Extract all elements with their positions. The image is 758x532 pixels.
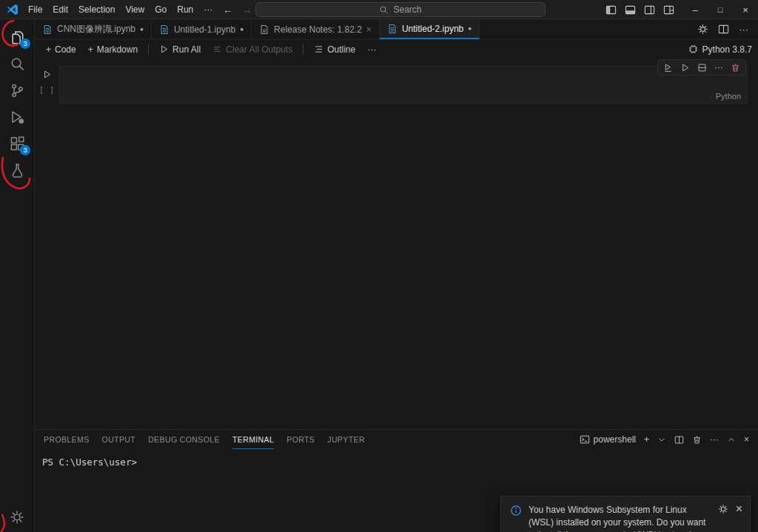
add-markdown-cell-button[interactable]: + Markdown	[83, 43, 143, 56]
activity-bar: 3 3	[0, 19, 35, 532]
cell-more-icon[interactable]: ···	[714, 62, 723, 73]
activity-run-debug[interactable]	[0, 104, 34, 130]
file-icon	[259, 24, 269, 35]
kernel-picker[interactable]: Python 3.8.7	[688, 44, 752, 55]
execution-count: [ ]	[39, 86, 55, 94]
run-debug-icon	[10, 110, 25, 125]
split-cell-icon[interactable]	[697, 63, 707, 73]
toolbar-more-button[interactable]: ···	[362, 43, 381, 56]
tab-untitled-1[interactable]: Untitled-1.ipynb ●	[152, 19, 252, 39]
tab-cnn-notebook[interactable]: CNN图像辨識.ipynb ●	[35, 19, 152, 39]
tab-untitled-2[interactable]: Untitled-2.ipynb ●	[380, 19, 480, 39]
new-terminal-icon[interactable]: +	[644, 434, 649, 445]
add-markdown-label: Markdown	[97, 44, 138, 55]
divider	[148, 44, 149, 55]
search-placeholder: Search	[393, 4, 421, 15]
menu-file[interactable]: File	[23, 3, 47, 16]
editor-actions: ···	[688, 19, 758, 39]
panel-tab-jupyter[interactable]: JUPYTER	[327, 430, 365, 449]
tab-label: Untitled-1.ipynb	[174, 24, 235, 35]
panel-tabs: PROBLEMS OUTPUT DEBUG CONSOLE TERMINAL P…	[35, 430, 758, 449]
panel-tab-output[interactable]: OUTPUT	[102, 430, 136, 449]
shell-selector[interactable]: powershell	[580, 434, 636, 445]
maximize-panel-chevron-up-icon[interactable]	[727, 435, 736, 444]
notification-settings-gear-icon[interactable]	[718, 504, 728, 514]
outline-button[interactable]: Outline	[309, 43, 360, 56]
panel-actions: powershell + ··· ×	[580, 430, 749, 449]
split-terminal-icon[interactable]	[674, 435, 684, 445]
cell-language-picker[interactable]: Python	[716, 92, 741, 101]
plus-icon: +	[46, 44, 51, 55]
notebook-cell: [ ] Python	[35, 66, 758, 104]
activity-explorer[interactable]: 3	[0, 24, 34, 50]
code-cell-input[interactable]: Python	[59, 66, 748, 104]
beaker-icon	[10, 163, 25, 178]
back-arrow-icon[interactable]: ←	[223, 4, 232, 16]
dirty-indicator[interactable]: ●	[468, 25, 472, 32]
close-tab-icon[interactable]: ×	[366, 24, 372, 35]
toggle-sidebar-icon[interactable]	[603, 4, 619, 16]
chevron-down-icon[interactable]	[657, 435, 666, 444]
titlebar: File Edit Selection View Go Run ··· ← → …	[0, 0, 758, 19]
customize-layout-icon[interactable]	[660, 4, 677, 16]
editor-group: CNN图像辨識.ipynb ● Untitled-1.ipynb ● Relea…	[35, 19, 758, 532]
panel-more-icon[interactable]: ···	[710, 434, 719, 445]
notebook-settings-gear-icon[interactable]	[697, 24, 708, 35]
close-button[interactable]: ×	[733, 0, 758, 19]
forward-arrow-icon[interactable]: →	[242, 4, 252, 16]
close-panel-icon[interactable]: ×	[744, 434, 749, 445]
panel-tab-terminal[interactable]: TERMINAL	[232, 430, 274, 449]
run-by-line-icon[interactable]	[663, 63, 673, 73]
notebook-file-icon	[387, 24, 398, 34]
panel-tab-debug-console[interactable]: DEBUG CONSOLE	[148, 430, 220, 449]
vscode-window: File Edit Selection View Go Run ··· ← → …	[0, 0, 758, 532]
toggle-panel-icon[interactable]	[622, 4, 638, 16]
gear-icon	[10, 510, 24, 525]
panel-tab-problems[interactable]: PROBLEMS	[44, 430, 90, 449]
menu-edit[interactable]: Edit	[47, 3, 73, 16]
menu-selection[interactable]: Selection	[73, 3, 120, 16]
more-icon: ···	[367, 44, 376, 55]
command-center-search[interactable]: Search	[255, 2, 546, 17]
activity-search[interactable]	[0, 50, 34, 77]
toggle-secondary-sidebar-icon[interactable]	[641, 4, 657, 16]
menu-run[interactable]: Run	[172, 3, 198, 16]
activity-source-control[interactable]	[0, 77, 34, 104]
info-icon	[510, 505, 522, 516]
editor-more-icon[interactable]: ···	[739, 24, 748, 35]
split-editor-icon[interactable]	[718, 24, 729, 35]
notification-message: You have Windows Subsystem for Linux (WS…	[529, 504, 714, 532]
panel-tab-ports[interactable]: PORTS	[286, 430, 315, 449]
dirty-indicator[interactable]: ●	[140, 26, 144, 33]
activity-testing[interactable]	[0, 157, 34, 183]
clear-all-outputs-button[interactable]: Clear All Outputs	[207, 43, 298, 56]
search-icon	[379, 5, 389, 15]
shell-label: powershell	[594, 434, 636, 445]
run-all-button[interactable]: Run All	[154, 43, 206, 56]
tab-bar: CNN图像辨識.ipynb ● Untitled-1.ipynb ● Relea…	[35, 19, 758, 40]
menu-go[interactable]: Go	[150, 3, 172, 16]
kill-terminal-trash-icon[interactable]	[692, 435, 702, 445]
activity-extensions[interactable]: 3	[0, 130, 34, 157]
kernel-icon	[688, 44, 698, 54]
add-code-cell-button[interactable]: + Code	[41, 43, 81, 56]
source-control-icon	[10, 83, 25, 98]
menu-more[interactable]: ···	[198, 3, 218, 16]
delete-cell-trash-icon[interactable]	[731, 63, 740, 73]
dirty-indicator[interactable]: ●	[240, 26, 244, 33]
tab-label: CNN图像辨識.ipynb	[57, 23, 135, 36]
cell-gutter: [ ]	[35, 66, 59, 104]
debug-cell-icon[interactable]	[680, 63, 690, 73]
minimize-button[interactable]: –	[682, 0, 708, 19]
notification-actions: ×	[718, 502, 742, 516]
tab-release-notes[interactable]: Release Notes: 1.82.2 ×	[252, 19, 380, 39]
notification-close-icon[interactable]: ×	[736, 502, 742, 516]
clear-outputs-icon	[212, 44, 222, 54]
notebook-editor: ··· [ ] Python	[35, 58, 758, 429]
menu-view[interactable]: View	[120, 3, 150, 16]
run-cell-icon[interactable]	[42, 70, 52, 79]
activity-settings[interactable]	[0, 504, 34, 531]
history-nav: ← →	[223, 0, 252, 19]
maximize-button[interactable]: □	[708, 0, 733, 19]
notebook-toolbar: + Code + Markdown Run All Clear All Outp…	[35, 40, 758, 58]
